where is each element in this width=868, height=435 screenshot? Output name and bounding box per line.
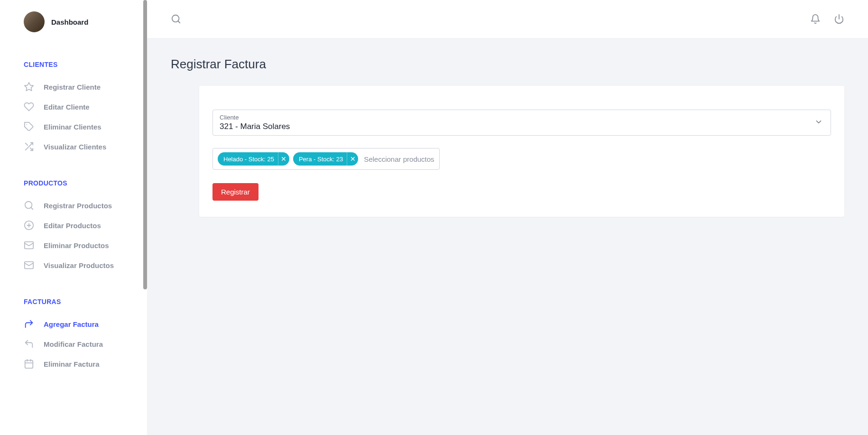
nav-item-label: Registrar Cliente	[44, 83, 101, 91]
client-select-value: 321 - Maria Solares	[220, 122, 824, 131]
section-header: CLIENTES	[24, 61, 132, 68]
nav-item-label: Eliminar Factura	[44, 360, 100, 368]
search-icon	[24, 200, 34, 211]
nav-item[interactable]: Registrar Productos	[24, 195, 132, 215]
page-title: Registrar Factura	[171, 57, 844, 72]
content: Registrar Factura Cliente 321 - Maria So…	[147, 38, 868, 435]
calendar-icon	[24, 359, 34, 369]
nav-item-label: Eliminar Clientes	[44, 123, 102, 131]
nav-item-label: Visualizar Clientes	[44, 143, 106, 151]
products-placeholder: Seleccionar productos	[364, 155, 434, 163]
product-chip: Helado - Stock: 25✕	[218, 152, 289, 166]
section-header: PRODUCTOS	[24, 179, 132, 187]
nav-item-label: Editar Productos	[44, 222, 101, 230]
shuffle-icon	[24, 141, 34, 152]
sidebar-section: CLIENTESRegistrar ClienteEditar ClienteE…	[24, 61, 132, 157]
nav-item[interactable]: Eliminar Productos	[24, 235, 132, 255]
svg-rect-12	[25, 361, 33, 369]
client-select-label: Cliente	[220, 114, 824, 121]
client-select[interactable]: Cliente 321 - Maria Solares	[212, 110, 831, 136]
nav-item[interactable]: Eliminar Factura	[24, 354, 132, 374]
nav-item-label: Agregar Factura	[44, 320, 99, 328]
svg-line-6	[31, 207, 33, 209]
nav-item[interactable]: Editar Cliente	[24, 97, 132, 117]
sidebar-section: FACTURASAgregar FacturaModificar Factura…	[24, 298, 132, 374]
nav-item[interactable]: Eliminar Clientes	[24, 117, 132, 137]
scrollbar-track[interactable]	[143, 0, 147, 435]
dashboard-label: Dashboard	[51, 18, 88, 26]
nav-item-label: Modificar Factura	[44, 340, 103, 348]
star-icon	[24, 82, 34, 92]
tag-icon	[24, 121, 34, 132]
nav-item-label: Registrar Productos	[44, 202, 112, 210]
register-button[interactable]: Registrar	[212, 183, 259, 201]
form-card: Cliente 321 - Maria Solares Helado - Sto…	[199, 86, 844, 217]
section-header: FACTURAS	[24, 298, 132, 305]
topbar	[147, 0, 868, 38]
redo-icon	[24, 319, 34, 329]
chip-label: Helado - Stock: 25	[218, 156, 278, 163]
nav-item[interactable]: Visualizar Productos	[24, 255, 132, 275]
nav-item-label: Eliminar Productos	[44, 241, 109, 250]
avatar	[24, 11, 45, 32]
nav-item[interactable]: Registrar Cliente	[24, 77, 132, 97]
products-multiselect[interactable]: Helado - Stock: 25✕Pera - Stock: 23✕ Sel…	[212, 148, 440, 170]
product-chip: Pera - Stock: 23✕	[293, 152, 358, 166]
sidebar-header[interactable]: Dashboard	[24, 11, 132, 32]
main-area: Registrar Factura Cliente 321 - Maria So…	[147, 0, 868, 435]
nav-item[interactable]: Editar Productos	[24, 215, 132, 235]
nav-item-label: Visualizar Productos	[44, 261, 114, 269]
nav-item[interactable]: Modificar Factura	[24, 334, 132, 354]
scrollbar-thumb[interactable]	[143, 0, 147, 289]
nav-item-label: Editar Cliente	[44, 103, 90, 111]
power-icon[interactable]	[834, 14, 844, 24]
chip-close-icon[interactable]: ✕	[278, 152, 289, 166]
svg-line-17	[178, 21, 180, 23]
chip-label: Pera - Stock: 23	[293, 156, 347, 163]
undo-icon	[24, 339, 34, 349]
heart-icon	[24, 102, 34, 112]
nav-item[interactable]: Agregar Factura	[24, 314, 132, 334]
bell-icon[interactable]	[810, 14, 821, 24]
chevron-down-icon	[814, 118, 823, 128]
search-icon[interactable]	[171, 14, 181, 24]
sidebar: Dashboard CLIENTESRegistrar ClienteEdita…	[0, 0, 147, 435]
chip-close-icon[interactable]: ✕	[347, 152, 358, 166]
svg-marker-0	[25, 83, 33, 91]
sidebar-section: PRODUCTOSRegistrar ProductosEditar Produ…	[24, 179, 132, 275]
mail-icon	[24, 240, 34, 250]
plus-circle-icon	[24, 220, 34, 231]
nav-item[interactable]: Visualizar Clientes	[24, 137, 132, 157]
mail-icon	[24, 260, 34, 270]
svg-line-4	[26, 143, 28, 146]
